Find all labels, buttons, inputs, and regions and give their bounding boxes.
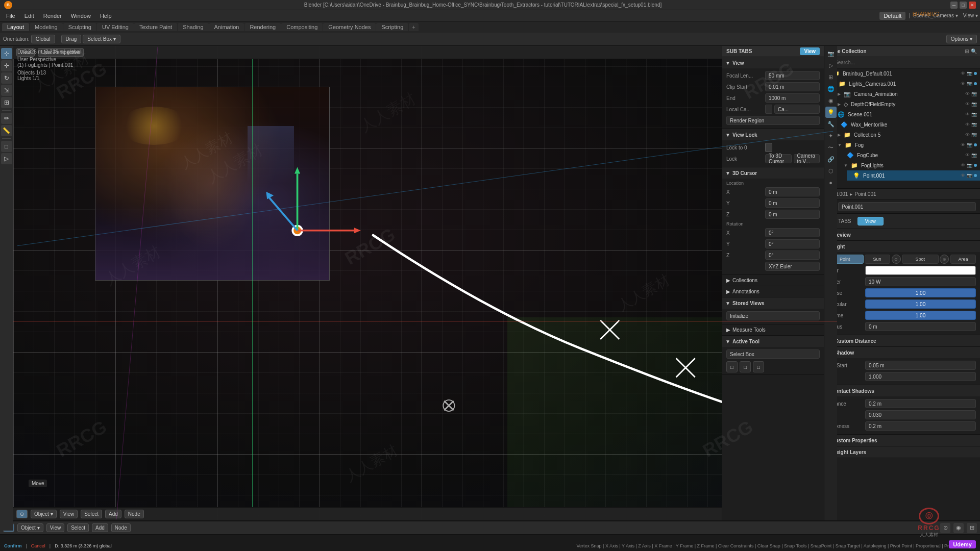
measure-tools-btn[interactable]: ▶ Measure Tools — [722, 324, 824, 336]
clip-start-value[interactable]: 0.05 m — [865, 361, 976, 370]
tool-cursor[interactable]: ⊹ — [1, 48, 12, 59]
initialize-btn[interactable]: Initialize — [726, 311, 820, 320]
outliner-search[interactable]: 🔍 — [822, 57, 980, 68]
clip-start-value[interactable]: 0.01 m — [765, 82, 820, 91]
custom-distance-header[interactable]: Custom Distance — [822, 335, 980, 346]
orientation-btn[interactable]: Global — [31, 35, 55, 43]
prop-icon-render[interactable]: 📷 — [825, 48, 837, 59]
cs-thickness-value[interactable]: 0.2 m — [865, 421, 976, 431]
timeline-node[interactable]: Node — [111, 523, 131, 532]
render-icon[interactable]: 📷 — [971, 122, 977, 127]
timeline-select[interactable]: Select — [67, 523, 89, 532]
light-type-spot[interactable]: Spot — [902, 255, 939, 264]
prop-icon-material[interactable]: ● — [825, 177, 837, 188]
menu-file[interactable]: File — [2, 12, 19, 20]
outliner-item-fogcube[interactable]: 🔷 FogCube 👁 📷 — [841, 150, 980, 160]
3d-viewport[interactable]: View User Perspective ⊙ ◑ D: 3.326 m (3.… — [13, 46, 837, 520]
light-type-area[interactable]: Area — [950, 255, 976, 264]
n-panel-view-btn[interactable]: View — [800, 47, 820, 55]
select-box-btn[interactable]: Select Box ▾ — [83, 35, 120, 43]
tab-animation[interactable]: Animation — [209, 23, 244, 31]
drag-btn[interactable]: Drag — [61, 35, 82, 43]
cs-distance-value[interactable]: 0.2 m — [865, 399, 976, 408]
vp-footer-select[interactable]: Select — [81, 510, 102, 518]
timeline-icon-3[interactable]: ⊞ — [967, 523, 977, 533]
outliner-item-dof-empty[interactable]: ▶ ◇ DepthOfFieldEmpty 👁 📷 — [835, 99, 980, 109]
outliner-item-lights-cameras[interactable]: ▼ 📁 Lights_Cameras.001 👁 📷 — [828, 79, 980, 89]
tab-texture-paint[interactable]: Texture Paint — [134, 23, 177, 31]
sun-extra-btn[interactable]: ⊙ — [892, 255, 901, 264]
prop-icon-object-data[interactable]: 💡 — [825, 107, 837, 118]
radius-value[interactable]: 0 m — [865, 322, 976, 331]
visibility-icon[interactable]: 👁 — [965, 153, 970, 158]
tool-name-value[interactable]: Select Box — [726, 349, 820, 359]
menu-help[interactable]: Help — [96, 12, 116, 20]
outliner-item-wax[interactable]: 🔷 Wax_Mentorlike 👁 📷 — [835, 119, 980, 130]
camera-to-v-btn[interactable]: Camera to V... — [794, 154, 820, 163]
prop-icon-object[interactable]: ⬡ — [825, 165, 837, 177]
cursor-x-value[interactable]: 0 m — [765, 187, 820, 196]
lock-3d-cursor-btn[interactable]: To 3D Cursor — [765, 154, 792, 163]
object-name-field[interactable]: Point.001 — [838, 202, 976, 211]
outliner-item-point-001[interactable]: 💡 Point.001 👁 📷 — [847, 170, 980, 181]
sub-tab-view[interactable]: View — [857, 217, 884, 226]
outliner-item-collection5[interactable]: ▶ 📁 Collection 5 👁 📷 — [835, 130, 980, 140]
tab-modeling[interactable]: Modeling — [30, 23, 63, 31]
prop-icon-scene[interactable]: 🌐 — [825, 83, 837, 94]
timeline-view[interactable]: View — [46, 523, 65, 532]
cursor-ry-value[interactable]: 0° — [765, 239, 820, 248]
active-tool-header[interactable]: ▼ Active Tool — [722, 336, 824, 347]
render-icon[interactable]: 📷 — [971, 112, 977, 117]
render-icon[interactable]: 📷 — [967, 163, 972, 168]
view-subpanel-header[interactable]: ▼ View — [722, 57, 824, 68]
local-camera-checkbox[interactable] — [765, 105, 772, 114]
render-icon[interactable]: 📷 — [971, 132, 977, 137]
cursor-3d-header[interactable]: ▼ 3D Cursor — [722, 167, 824, 179]
filter-icon[interactable]: ⊞ — [965, 48, 969, 54]
tab-geometry-nodes[interactable]: Geometry Nodes — [323, 23, 376, 31]
cursor-rz-value[interactable]: 0° — [765, 251, 820, 260]
visibility-icon[interactable]: 👁 — [965, 102, 970, 107]
render-icon[interactable]: 📷 — [971, 102, 977, 107]
timeline-icon-2[interactable]: ◉ — [953, 523, 964, 533]
search-icon[interactable]: 🔍 — [971, 48, 977, 54]
tab-layout[interactable]: Layout — [2, 23, 29, 31]
maximize-button[interactable]: □ — [960, 2, 967, 9]
prop-icon-modifier[interactable]: 🔧 — [825, 118, 837, 130]
cs-bias-value[interactable]: 0.030 — [865, 410, 976, 419]
prop-icon-output[interactable]: ▷ — [825, 60, 837, 71]
cursor-rx-value[interactable]: 0° — [765, 228, 820, 237]
render-icon[interactable]: 📷 — [971, 153, 977, 158]
specular-bar[interactable]: 1.00 — [865, 299, 976, 309]
weight-layers-header[interactable]: ▶ Weight Layers — [822, 446, 980, 458]
outliner-item-foglights[interactable]: ▼ 📁 FogLights 👁 📷 — [841, 160, 980, 170]
outliner-item-camera-anim[interactable]: ▶ 📷 Camera_Animation 👁 📷 — [835, 89, 980, 99]
menu-edit[interactable]: Edit — [20, 12, 38, 20]
tool-move[interactable]: ✛ — [1, 60, 12, 71]
vp-footer-view[interactable]: View — [60, 510, 78, 518]
cursor-y-value[interactable]: 0 m — [765, 198, 820, 208]
shadow-header[interactable]: Shadow — [822, 347, 980, 358]
prop-icon-physics[interactable]: 〜 — [825, 142, 837, 153]
view-active-tab[interactable]: View — [800, 47, 820, 55]
vp-footer-object[interactable]: Object ▾ — [31, 510, 57, 518]
tab-uv-editing[interactable]: UV Editing — [97, 23, 134, 31]
tool-rotate[interactable]: ↻ — [1, 72, 12, 84]
visibility-icon[interactable]: 👁 — [965, 91, 970, 96]
visibility-icon[interactable]: 👁 — [965, 122, 970, 127]
preview-header[interactable]: ▶ Preview — [822, 229, 980, 240]
render-icon[interactable]: 📷 — [967, 173, 972, 178]
prop-icon-constraints[interactable]: 🔗 — [825, 154, 837, 165]
bias-value[interactable]: 1.000 — [865, 372, 976, 381]
vp-footer-add[interactable]: Add — [105, 510, 121, 518]
vp-footer-node[interactable]: Node — [125, 510, 144, 518]
visibility-icon[interactable]: 👁 — [961, 163, 965, 168]
light-header[interactable]: ▼ Light — [822, 241, 980, 252]
render-icon[interactable]: 📷 — [967, 142, 972, 147]
color-swatch[interactable] — [865, 266, 976, 275]
visibility-icon[interactable]: 👁 — [961, 81, 965, 86]
tool-icon-1[interactable]: □ — [726, 361, 738, 372]
power-value[interactable]: 10 W — [865, 277, 976, 286]
view-selector[interactable]: View ▾ — [963, 13, 978, 18]
contact-shadows-header[interactable]: ▶ Contact Shadows — [822, 385, 980, 396]
